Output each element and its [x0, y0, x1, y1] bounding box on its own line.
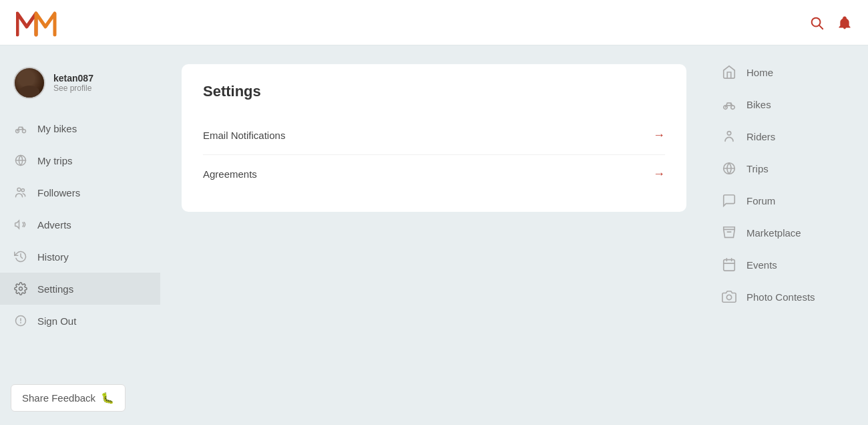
riders-icon	[721, 128, 737, 144]
right-bike-icon	[721, 96, 737, 112]
right-nav-riders[interactable]: Riders	[708, 120, 868, 152]
svg-point-5	[17, 188, 21, 191]
settings-title: Settings	[203, 83, 665, 100]
sidebar-item-history[interactable]: History	[0, 241, 160, 273]
share-feedback-label: Share Feedback	[22, 392, 95, 404]
svg-point-13	[727, 132, 731, 136]
svg-rect-15	[724, 260, 735, 271]
main-content: Settings Email Notifications → Agreement…	[160, 45, 708, 425]
right-nav-marketplace[interactable]: Marketplace	[708, 217, 868, 249]
trips-globe-icon	[721, 160, 737, 176]
bug-icon: 🐛	[101, 392, 114, 404]
svg-point-19	[726, 295, 731, 299]
profile-text: ketan087 See profile	[53, 73, 93, 93]
share-feedback-button[interactable]: Share Feedback 🐛	[11, 384, 126, 412]
profile-section[interactable]: ketan087 See profile	[0, 59, 160, 112]
home-icon	[721, 64, 737, 80]
logo[interactable]	[16, 8, 59, 37]
bike-icon	[13, 121, 28, 136]
right-nav-forum[interactable]: Forum	[708, 184, 868, 217]
username: ketan087	[53, 73, 93, 84]
right-nav-label-marketplace: Marketplace	[746, 227, 801, 239]
right-sidebar: Home Bikes Riders	[708, 45, 868, 425]
camera-icon	[721, 289, 737, 305]
right-nav-label-events: Events	[746, 259, 777, 271]
sidebar-item-label-sign-out: Sign Out	[37, 315, 76, 327]
arrow-right-icon-agreements: →	[653, 167, 665, 181]
sidebar-item-sign-out[interactable]: Sign Out	[0, 305, 160, 337]
forum-icon	[721, 192, 737, 208]
signout-icon	[13, 313, 28, 328]
left-sidebar: ketan087 See profile My bikes My	[0, 45, 160, 425]
email-notifications-label: Email Notifications	[203, 130, 285, 141]
sidebar-item-label-followers: Followers	[37, 187, 80, 198]
sidebar-item-followers[interactable]: Followers	[0, 176, 160, 208]
right-nav-photo-contests[interactable]: Photo Contests	[708, 281, 868, 313]
right-nav-label-forum: Forum	[746, 195, 775, 206]
right-nav-label-bikes: Bikes	[746, 99, 771, 110]
search-icon[interactable]	[809, 15, 824, 30]
sidebar-item-label-my-trips: My trips	[37, 155, 73, 166]
right-nav-trips[interactable]: Trips	[708, 152, 868, 184]
sidebar-item-label-settings: Settings	[37, 283, 73, 295]
arrow-right-icon-email: →	[653, 128, 665, 142]
notifications-icon[interactable]	[837, 15, 852, 30]
history-icon	[13, 249, 28, 264]
settings-item-agreements[interactable]: Agreements →	[203, 155, 665, 193]
right-nav-label-home: Home	[746, 67, 773, 78]
sidebar-item-adverts[interactable]: Adverts	[0, 208, 160, 241]
settings-item-email-notifications[interactable]: Email Notifications →	[203, 116, 665, 155]
followers-icon	[13, 185, 28, 200]
settings-card: Settings Email Notifications → Agreement…	[182, 64, 686, 212]
right-nav-bikes[interactable]: Bikes	[708, 88, 868, 120]
megaphone-icon	[13, 217, 28, 232]
right-nav-label-photo-contests: Photo Contests	[746, 291, 815, 303]
sidebar-item-label-my-bikes: My bikes	[37, 123, 77, 134]
right-nav-label-trips: Trips	[746, 163, 769, 174]
right-nav-events[interactable]: Events	[708, 249, 868, 281]
right-nav-label-riders: Riders	[746, 131, 775, 142]
sidebar-item-label-adverts: Adverts	[37, 219, 71, 231]
right-nav-home[interactable]: Home	[708, 56, 868, 88]
sidebar-item-settings[interactable]: Settings	[0, 273, 160, 305]
header	[0, 0, 868, 45]
svg-point-3	[23, 130, 26, 133]
agreements-label: Agreements	[203, 168, 257, 180]
see-profile-link[interactable]: See profile	[53, 84, 93, 93]
marketplace-icon	[721, 225, 737, 241]
avatar	[13, 67, 45, 99]
globe-icon	[13, 153, 28, 168]
layout: ketan087 See profile My bikes My	[0, 0, 868, 425]
header-actions	[809, 15, 852, 30]
sidebar-item-my-trips[interactable]: My trips	[0, 144, 160, 176]
gear-icon	[13, 281, 28, 296]
sidebar-item-my-bikes[interactable]: My bikes	[0, 112, 160, 144]
svg-point-6	[21, 189, 24, 192]
svg-point-7	[19, 287, 23, 291]
sidebar-item-label-history: History	[37, 251, 69, 263]
svg-line-1	[819, 25, 823, 29]
events-icon	[721, 257, 737, 273]
